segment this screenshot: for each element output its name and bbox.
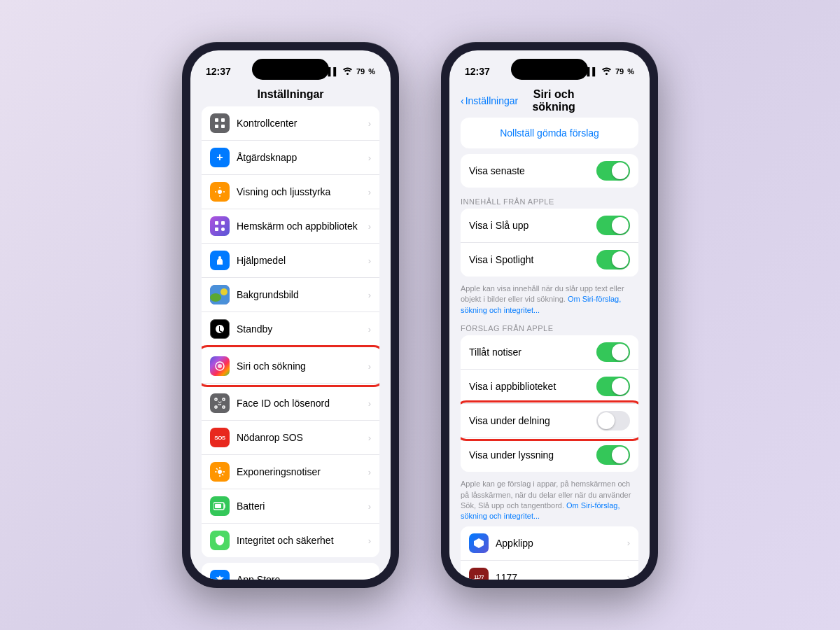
- apple-description: Apple kan visa innehåll när du slår upp …: [449, 282, 650, 320]
- status-icons-right: ▌▌ 79 %: [587, 67, 634, 76]
- settings-row-integritet[interactable]: Integritet och säkerhet ›: [202, 524, 379, 557]
- nav-title-left: Inställningar: [190, 85, 391, 106]
- svg-point-25: [218, 470, 222, 474]
- row-visa-delning[interactable]: Visa under delning: [461, 404, 638, 438]
- svg-point-5: [218, 190, 222, 194]
- appklipp-icon: [469, 533, 489, 553]
- settings-row-visning[interactable]: Visning och ljusstyrka ›: [202, 175, 379, 209]
- svg-rect-3: [215, 125, 218, 128]
- visa-spotlight-label: Visa i Spotlight: [469, 254, 589, 265]
- svg-rect-23: [223, 406, 225, 408]
- bakgrund-icon: [210, 285, 230, 304]
- reset-label: Nollställ gömda förslag: [500, 127, 599, 139]
- settings-row-appstore[interactable]: App Store ›: [202, 563, 379, 580]
- svg-point-0: [346, 73, 349, 75]
- hjalpmedel-label: Hjälpmedel: [237, 255, 361, 266]
- dynamic-island-left: [252, 59, 329, 80]
- svg-rect-2: [221, 118, 225, 122]
- settings-row-siri[interactable]: Siri och sökning ›: [202, 349, 379, 384]
- row-visa-appbibliotek[interactable]: Visa i appbiblioteket: [461, 370, 638, 404]
- row-reset[interactable]: Nollställ gömda förslag: [461, 118, 638, 148]
- integritet-chevron: ›: [368, 536, 371, 546]
- back-chevron: ‹: [461, 95, 464, 106]
- siri-label: Siri och sökning: [237, 360, 361, 372]
- settings-row-hemskarm[interactable]: Hemskärm och appbibliotek ›: [202, 209, 379, 244]
- siri-icon: [210, 356, 230, 376]
- row-tillat-notiser[interactable]: Tillåt notiser: [461, 335, 638, 370]
- row-visa-lyssning[interactable]: Visa under lyssning: [461, 438, 638, 472]
- row-visa-senaste[interactable]: Visa senaste: [461, 154, 638, 188]
- forslag-description: Apple kan ge förslag i appar, på hemskär…: [449, 477, 650, 526]
- bakgrund-label: Bakgrundsbild: [237, 289, 361, 300]
- svg-rect-10: [215, 221, 218, 225]
- svg-line-30: [216, 468, 218, 470]
- visa-slaupp-toggle[interactable]: [596, 216, 630, 235]
- group-visa-senaste: Visa senaste: [461, 154, 638, 188]
- settings-group-apps: App Store › Appinstallation ›: [202, 563, 379, 580]
- batteri-label: Batteri: [237, 500, 361, 512]
- settings-row-bakgrund[interactable]: Bakgrundsbild ›: [202, 278, 379, 312]
- icon-1177: 1177: [469, 568, 489, 580]
- visa-appbibliotek-toggle[interactable]: [596, 377, 630, 396]
- settings-row-nodanrop[interactable]: SOS Nödanrop SOS ›: [202, 421, 379, 455]
- status-icons-left: ▌▌ 79 %: [328, 67, 375, 76]
- visa-lyssning-toggle[interactable]: [596, 445, 630, 465]
- svg-point-19: [218, 364, 222, 368]
- visa-spotlight-toggle[interactable]: [596, 250, 630, 270]
- integritet-icon: [210, 531, 230, 550]
- appstore-chevron: ›: [368, 575, 371, 580]
- visa-delning-label: Visa under delning: [469, 415, 589, 426]
- siri-settings-list[interactable]: Nollställ gömda förslag Visa senaste INN…: [449, 118, 650, 580]
- visa-senaste-toggle[interactable]: [596, 161, 630, 181]
- svg-rect-11: [221, 221, 225, 225]
- kontrollcenter-chevron: ›: [368, 118, 371, 129]
- appklipp-label: Appklipp: [496, 538, 620, 549]
- svg-line-31: [222, 474, 223, 475]
- row-appklipp[interactable]: Appklipp ›: [461, 526, 638, 561]
- section-header-apple: INNEHÅLL FRÅN APPLE: [449, 193, 650, 209]
- faceid-icon: [210, 393, 230, 413]
- batteri-icon: [210, 496, 230, 516]
- battery-icon-left: %: [368, 67, 375, 76]
- group-reset: Nollställ gömda förslag: [461, 118, 638, 148]
- nodanrop-label: Nödanrop SOS: [237, 432, 361, 443]
- visa-delning-toggle[interactable]: [596, 411, 630, 430]
- wifi-icon-right: [601, 67, 612, 76]
- row-visa-spotlight[interactable]: Visa i Spotlight: [461, 243, 638, 276]
- back-label: Inställningar: [465, 95, 519, 106]
- exponering-label: Exponeringsnotiser: [237, 466, 361, 477]
- hemskarm-label: Hemskärm och appbibliotek: [237, 220, 361, 232]
- row-1177[interactable]: 1177 1177 ›: [461, 561, 638, 580]
- back-button-right[interactable]: ‹ Inställningar: [461, 95, 518, 106]
- hemskarm-icon: [210, 216, 230, 236]
- settings-row-faceid[interactable]: Face ID och lösenord ›: [202, 386, 379, 421]
- visning-label: Visning och ljusstyrka: [237, 186, 361, 197]
- signal-icon-left: ▌▌: [328, 67, 339, 76]
- batteri-chevron: ›: [368, 501, 371, 512]
- hjalpmedel-icon: [210, 251, 230, 270]
- settings-row-kontrollcenter[interactable]: Kontrollcenter ›: [202, 106, 379, 141]
- tillat-notiser-toggle[interactable]: [596, 342, 630, 362]
- battery-right: 79: [615, 67, 624, 76]
- exponering-chevron: ›: [368, 467, 371, 477]
- faceid-chevron: ›: [368, 398, 371, 409]
- visning-chevron: ›: [368, 187, 371, 197]
- nodanrop-icon: SOS: [210, 428, 230, 447]
- dynamic-island-right: [511, 59, 588, 80]
- label-1177: 1177: [496, 572, 620, 580]
- battery-left: 79: [356, 67, 365, 76]
- settings-row-atgard[interactable]: + Åtgärdsknapp ›: [202, 141, 379, 175]
- settings-list-left[interactable]: Kontrollcenter › + Åtgärdsknapp ›: [190, 106, 391, 580]
- battery-icon-right: %: [627, 67, 634, 76]
- row-visa-slaupp[interactable]: Visa i Slå upp: [461, 209, 638, 243]
- settings-row-exponering[interactable]: Exponeringsnotiser ›: [202, 455, 379, 489]
- settings-row-batteri[interactable]: Batteri ›: [202, 489, 379, 524]
- visning-icon: [210, 182, 230, 202]
- settings-row-standby[interactable]: Standby ›: [202, 312, 379, 346]
- svg-rect-20: [215, 398, 217, 400]
- group-apple-content: Visa i Slå upp Visa i Spotlight: [461, 209, 638, 276]
- svg-rect-21: [223, 398, 225, 400]
- svg-point-16: [210, 293, 221, 302]
- settings-row-hjalpmedel[interactable]: Hjälpmedel ›: [202, 244, 379, 278]
- group-apps: Appklipp › 1177 1177 › 3DMark ›: [461, 526, 638, 580]
